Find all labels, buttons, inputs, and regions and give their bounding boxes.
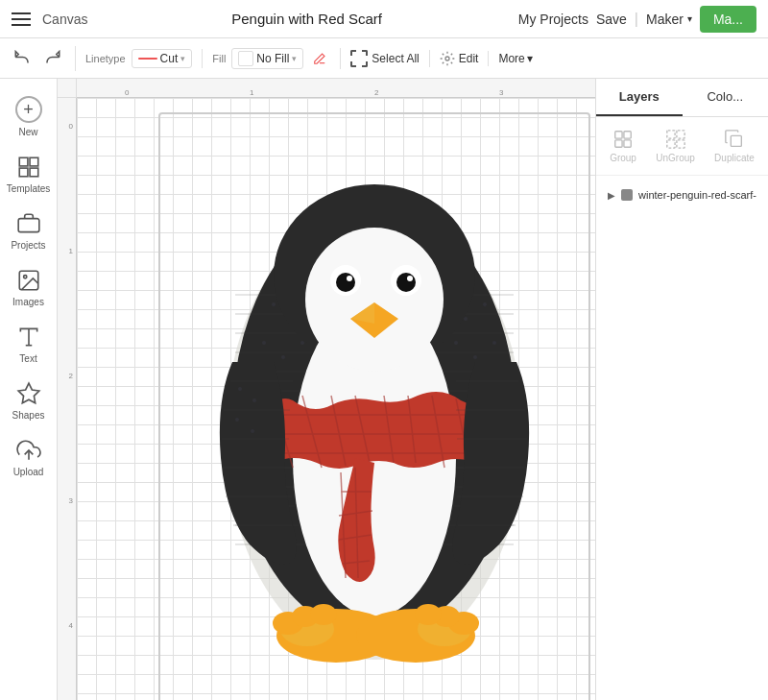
right-panel: Layers Colo... Group U xyxy=(595,79,768,700)
ruler-mark-1: 1 xyxy=(250,88,253,97)
svg-rect-2 xyxy=(30,157,38,166)
ruler-corner xyxy=(58,79,77,98)
group-button[interactable]: Group xyxy=(604,125,642,167)
sidebar-item-upload-label: Upload xyxy=(13,467,44,477)
fill-caret-icon: ▾ xyxy=(292,54,297,63)
svg-point-77 xyxy=(251,429,254,433)
ruler-mark-y1: 1 xyxy=(69,247,73,255)
svg-point-75 xyxy=(252,398,256,402)
svg-point-47 xyxy=(407,276,413,281)
images-icon xyxy=(16,268,41,293)
sidebar-item-upload[interactable]: Upload xyxy=(4,430,54,485)
edit-button[interactable]: Edit xyxy=(440,51,479,66)
svg-rect-95 xyxy=(624,132,631,138)
svg-rect-4 xyxy=(30,168,38,177)
linetype-caret-icon: ▾ xyxy=(180,54,185,63)
new-icon: + xyxy=(15,96,42,123)
canvas-area[interactable]: 0 1 2 3 0 1 2 3 4 xyxy=(58,79,595,700)
fill-group: Fill No Fill ▾ xyxy=(212,48,341,69)
sidebar-item-new[interactable]: + New xyxy=(4,88,54,145)
more-button[interactable]: More ▾ xyxy=(498,52,532,65)
nav-divider: | xyxy=(635,11,638,28)
linetype-select[interactable]: Cut ▾ xyxy=(132,49,193,68)
undo-button[interactable] xyxy=(10,46,35,71)
canvas-grid[interactable] xyxy=(77,98,595,700)
ungroup-button[interactable]: UnGroup xyxy=(650,125,701,167)
penguin-image xyxy=(197,151,552,688)
svg-rect-3 xyxy=(19,168,28,177)
fill-swatch-icon xyxy=(238,51,253,66)
main-area: + New Templates Projects Images xyxy=(0,79,768,700)
svg-point-35 xyxy=(300,341,304,345)
sidebar-item-templates-label: Templates xyxy=(7,183,51,194)
right-panel-tabs: Layers Colo... xyxy=(596,79,768,117)
panel-actions: Group UnGroup Duplicate xyxy=(596,117,768,176)
group-label: Group xyxy=(610,153,636,163)
sidebar-item-shapes-label: Shapes xyxy=(12,410,45,421)
undo-redo-group xyxy=(10,46,76,71)
layer-name: winter-penguin-red-scarf- xyxy=(638,189,756,201)
sidebar-item-projects[interactable]: Projects xyxy=(4,204,54,258)
duplicate-button[interactable]: Duplicate xyxy=(708,125,760,167)
redo-button[interactable] xyxy=(40,46,65,71)
ruler-mark-y3: 3 xyxy=(69,496,73,505)
select-all-icon xyxy=(350,50,368,67)
tab-layers[interactable]: Layers xyxy=(596,79,683,116)
sidebar-item-templates[interactable]: Templates xyxy=(4,147,54,202)
svg-rect-98 xyxy=(666,131,674,138)
sidebar-item-projects-label: Projects xyxy=(11,240,45,251)
sidebar-item-text[interactable]: Text xyxy=(4,317,54,372)
fill-edit-button[interactable] xyxy=(309,48,330,69)
svg-marker-9 xyxy=(18,383,39,403)
svg-rect-99 xyxy=(676,131,684,138)
my-projects-button[interactable]: My Projects xyxy=(518,12,588,27)
fill-label: Fill xyxy=(212,53,226,64)
maker-green-button[interactable]: Ma... xyxy=(700,6,756,33)
ruler-mark-y0: 0 xyxy=(69,122,73,131)
ungroup-label: UnGroup xyxy=(656,153,695,163)
sidebar-item-images-label: Images xyxy=(12,297,44,307)
svg-point-34 xyxy=(281,355,285,359)
layer-expand-icon: ▶ xyxy=(608,190,615,201)
ungroup-icon xyxy=(665,129,686,150)
select-all-button[interactable]: Select All xyxy=(350,50,419,67)
sidebar-item-images[interactable]: Images xyxy=(4,260,54,315)
svg-point-41 xyxy=(305,228,444,372)
menu-button[interactable] xyxy=(12,12,31,26)
svg-point-37 xyxy=(473,355,477,359)
ruler-mark-y2: 2 xyxy=(69,372,73,380)
select-all-group: Select All xyxy=(350,50,429,67)
more-caret-icon: ▾ xyxy=(527,52,533,65)
linetype-label: Linetype xyxy=(85,53,126,64)
layer-item[interactable]: ▶ winter-penguin-red-scarf- xyxy=(604,183,760,206)
maker-button[interactable]: Maker ▾ xyxy=(646,12,692,27)
toolbar: Linetype Cut ▾ Fill No Fill ▾ Select All… xyxy=(0,38,768,79)
maker-chevron-icon: ▾ xyxy=(687,13,692,24)
save-button[interactable]: Save xyxy=(596,12,627,27)
ruler-mark-3: 3 xyxy=(499,88,503,97)
svg-point-27 xyxy=(272,302,276,306)
svg-point-93 xyxy=(415,604,442,625)
svg-rect-102 xyxy=(731,135,741,146)
linetype-line-icon xyxy=(138,58,157,60)
text-icon xyxy=(16,325,41,350)
svg-point-0 xyxy=(445,57,449,60)
svg-point-88 xyxy=(310,604,337,625)
group-icon xyxy=(612,129,634,150)
layers-list: ▶ winter-penguin-red-scarf- xyxy=(596,176,768,700)
svg-rect-94 xyxy=(615,132,622,138)
document-title: Penguin with Red Scarf xyxy=(107,11,506,27)
canvas-content xyxy=(154,108,595,700)
ruler-mark-2: 2 xyxy=(374,88,378,97)
fill-select[interactable]: No Fill ▾ xyxy=(231,48,303,69)
svg-rect-96 xyxy=(615,140,622,147)
svg-point-44 xyxy=(336,273,355,292)
svg-point-76 xyxy=(235,418,239,422)
app-title: Canvas xyxy=(42,12,87,27)
sidebar-item-shapes[interactable]: Shapes xyxy=(4,374,54,428)
sidebar-item-text-label: Text xyxy=(19,353,36,364)
duplicate-icon xyxy=(724,129,745,150)
svg-rect-100 xyxy=(666,140,674,148)
tab-color[interactable]: Colo... xyxy=(683,79,769,116)
ruler-mark-0: 0 xyxy=(125,88,129,97)
